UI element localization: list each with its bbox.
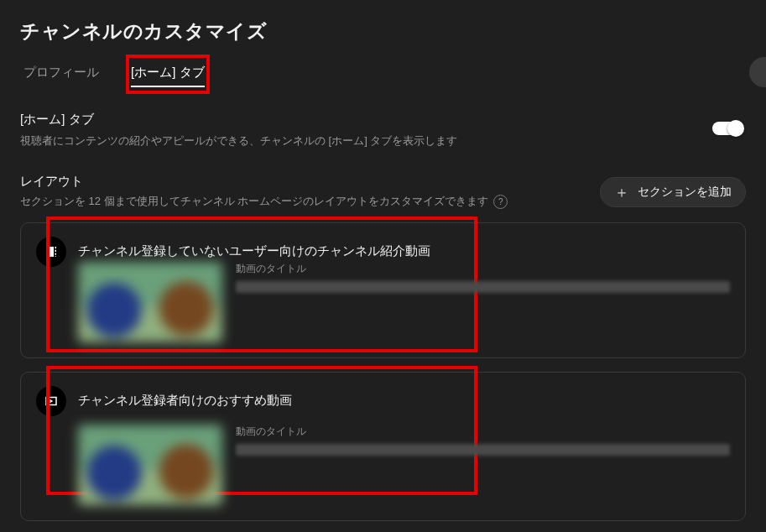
add-section-label: セクションを追加	[638, 185, 732, 200]
page-title: チャンネルのカスタマイズ	[20, 18, 746, 44]
layout-description: セクションを 12 個まで使用してチャンネル ホームページのレイアウトをカスタマ…	[20, 193, 488, 211]
layout-heading: レイアウト	[20, 174, 508, 190]
video-thumbnail[interactable]	[78, 425, 222, 505]
home-tab-toggle-section: [ホーム] タブ 視聴者にコンテンツの紹介やアピールができる、チャンネルの [ホ…	[20, 112, 746, 150]
layout-section: レイアウト セクションを 12 個まで使用してチャンネル ホームページのレイアウ…	[20, 174, 746, 521]
home-tab-heading: [ホーム] タブ	[20, 112, 696, 128]
video-icon	[36, 386, 66, 416]
video-thumbnail[interactable]	[78, 262, 222, 342]
tabs: プロフィール [ホーム] タブ	[20, 56, 746, 93]
account-avatar[interactable]	[749, 57, 766, 87]
home-tab-description: 視聴者にコンテンツの紹介やアピールができる、チャンネルの [ホーム] タブを表示…	[20, 133, 696, 150]
section-card-title: チャンネル登録していないユーザー向けのチャンネル紹介動画	[78, 243, 430, 259]
add-section-button[interactable]: ＋ セクションを追加	[600, 177, 746, 207]
section-card-title: チャンネル登録者向けのおすすめ動画	[78, 393, 292, 409]
video-title-placeholder	[236, 281, 730, 293]
tab-profile[interactable]: プロフィール	[20, 56, 102, 92]
help-icon[interactable]: ?	[493, 195, 508, 209]
section-card-featured[interactable]: チャンネル登録者向けのおすすめ動画 動画のタイトル	[20, 372, 746, 521]
video-title-placeholder	[236, 444, 730, 456]
video-title-label: 動画のタイトル	[236, 425, 730, 439]
film-icon	[36, 237, 66, 267]
section-card-trailer[interactable]: チャンネル登録していないユーザー向けのチャンネル紹介動画 動画のタイトル	[20, 222, 746, 358]
video-title-label: 動画のタイトル	[236, 262, 730, 276]
home-tab-toggle[interactable]	[712, 122, 743, 135]
tab-home[interactable]: [ホーム] タブ	[128, 56, 208, 92]
